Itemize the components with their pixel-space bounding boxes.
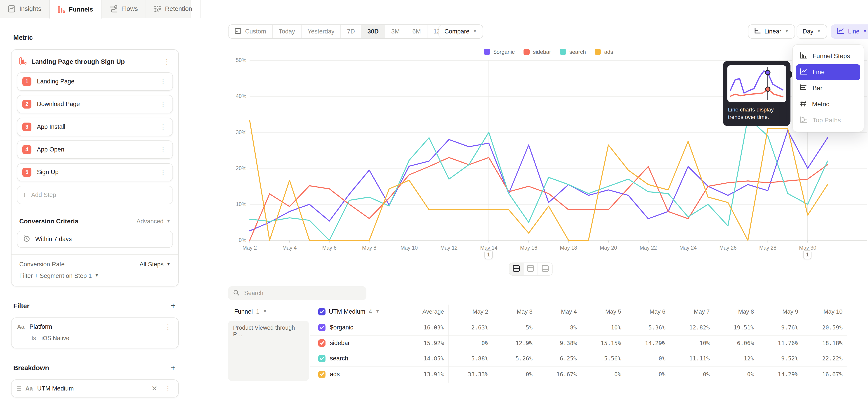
tab-label: Flows <box>121 5 138 12</box>
funnel-column-dropdown[interactable]: Funnel1▼ <box>228 305 310 319</box>
layout-view-toggles <box>509 262 553 276</box>
breakdown-property[interactable]: UTM Medium <box>37 385 146 392</box>
cell-value: 5.88% <box>448 355 493 362</box>
annotation-badge[interactable]: 1 <box>485 250 493 259</box>
conversion-mode-dropdown[interactable]: Advanced▼ <box>136 218 170 225</box>
kebab-menu-icon[interactable]: ⋮ <box>163 324 173 330</box>
funnel-step-download-page[interactable]: 2 Download Page ⋮ <box>17 95 173 113</box>
search-input[interactable] <box>244 290 362 296</box>
cell-value: 22.22% <box>803 355 847 362</box>
kebab-menu-icon[interactable]: ⋮ <box>158 169 168 175</box>
tab-retention[interactable]: Retention <box>146 0 200 18</box>
column-header-may-8: May 8 <box>714 305 758 319</box>
funnels-icon <box>58 5 65 13</box>
svg-text:May 28: May 28 <box>759 245 776 251</box>
filter-segment-dropdown[interactable]: Filter + Segment on Step 1▼ <box>17 268 173 286</box>
funnel-step-sign-up[interactable]: 5 Sign Up ⋮ <box>17 163 173 182</box>
series-checkbox[interactable] <box>318 324 326 331</box>
vt-split-top-icon <box>527 264 534 274</box>
date-range-yesterday[interactable]: Yesterday <box>302 25 341 38</box>
date-range-7d[interactable]: 7D <box>341 25 361 38</box>
average-value: 14.85% <box>388 355 448 362</box>
breakdown-column-dropdown[interactable]: UTM Medium4▼ <box>310 305 388 319</box>
select-all-checkbox[interactable] <box>318 308 326 315</box>
menu-item-line[interactable]: Line <box>796 64 860 80</box>
menu-item-bar[interactable]: Bar <box>796 80 860 96</box>
menu-item-funnel-steps[interactable]: Funnel Steps <box>796 48 860 64</box>
series-checkbox[interactable] <box>318 355 326 362</box>
tab-label: Retention <box>165 5 192 12</box>
tab-flows[interactable]: Flows <box>101 0 146 18</box>
annotation-badge[interactable]: 1 <box>803 250 811 259</box>
cell-value: 14.29% <box>625 340 670 346</box>
tab-funnels[interactable]: Funnels <box>50 0 101 19</box>
kebab-menu-icon[interactable]: ⋮ <box>158 124 168 130</box>
date-range-3m[interactable]: 3M <box>385 25 406 38</box>
svg-text:May 18: May 18 <box>560 245 577 251</box>
scale-dropdown[interactable]: Linear▼ <box>748 24 795 39</box>
calendar-icon <box>235 27 241 35</box>
view-mode-split-top[interactable] <box>524 263 538 275</box>
kebab-menu-icon[interactable]: ⋮ <box>158 147 168 152</box>
date-range-today[interactable]: Today <box>273 25 302 38</box>
breakdown-section-header: Breakdown + <box>13 364 177 372</box>
filter-section-header: Filter + <box>13 302 177 310</box>
kebab-menu-icon[interactable]: ⋮ <box>162 59 172 64</box>
date-range-6m[interactable]: 6M <box>406 25 427 38</box>
column-header-may-6: May 6 <box>625 305 670 319</box>
conversion-window[interactable]: Within 7 days <box>17 231 173 248</box>
series-checkbox[interactable] <box>318 371 326 378</box>
funnel-step-landing-page[interactable]: 1 Landing Page ⋮ <box>17 72 173 91</box>
metric-section-header: Metric <box>13 34 177 41</box>
chevron-down-icon: ▼ <box>784 29 789 33</box>
retention-icon <box>154 5 161 12</box>
date-range-custom[interactable]: Custom <box>228 25 273 38</box>
view-mode-split-horizontal[interactable] <box>509 263 524 275</box>
add-breakdown-button[interactable]: + <box>169 365 177 371</box>
svg-text:May 26: May 26 <box>719 245 737 251</box>
cell-value: 0% <box>448 340 493 346</box>
funnel-cell[interactable]: Product Viewed through P… <box>228 321 309 381</box>
tab-insights[interactable]: Insights <box>0 0 50 18</box>
table-row-search: search 14.85%5.88%5.26%6.25%5.56%0%11.11… <box>310 351 847 367</box>
chart-type-dropdown[interactable]: Line▼ <box>831 24 868 39</box>
step-number: 1 <box>22 77 31 86</box>
close-icon[interactable]: ✕ <box>150 384 158 393</box>
step-label: App Install <box>37 123 153 130</box>
filter-value[interactable]: iOS Native <box>41 335 69 341</box>
svg-text:May 4: May 4 <box>282 245 297 251</box>
compare-button[interactable]: Compare▼ <box>438 24 483 39</box>
table-row-organic: $organic 16.03%2.63%5%8%10%5.36%12.82%19… <box>310 320 847 336</box>
funnel-title[interactable]: Landing Page through Sign Up <box>31 58 157 65</box>
filter-property[interactable]: Platform <box>29 323 158 330</box>
date-range-30d[interactable]: 30D <box>362 25 385 38</box>
conversion-rate-label: Conversion Rate <box>19 261 65 268</box>
funnel-step-app-open[interactable]: 4 App Open ⋮ <box>17 140 173 159</box>
funnel-step-app-install[interactable]: 3 App Install ⋮ <box>17 118 173 136</box>
series-checkbox[interactable] <box>318 339 326 347</box>
add-step-button[interactable]: + Add Step <box>17 186 173 204</box>
cell-value: 10% <box>670 340 714 346</box>
average-value: 15.92% <box>388 340 448 346</box>
step-label: App Open <box>37 146 153 153</box>
kebab-menu-icon[interactable]: ⋮ <box>158 79 168 84</box>
kebab-menu-icon[interactable]: ⋮ <box>163 386 173 391</box>
drag-handle-icon[interactable] <box>17 386 21 391</box>
conversion-rate-dropdown[interactable]: All Steps▼ <box>140 261 170 268</box>
view-mode-split-bottom[interactable] <box>538 263 553 275</box>
cell-value: 2.63% <box>448 324 493 331</box>
granularity-dropdown[interactable]: Day▼ <box>797 24 827 39</box>
add-filter-button[interactable]: + <box>169 303 177 308</box>
svg-text:40%: 40% <box>236 93 246 99</box>
series-name: sidebar <box>310 339 388 347</box>
plus-icon: + <box>22 191 27 199</box>
filter-operator[interactable]: Is <box>31 335 36 341</box>
svg-text:May 6: May 6 <box>322 245 336 251</box>
insights-icon <box>8 5 16 13</box>
table-row-ads: ads 13.91%33.33%0%16.67%0%0%0%0%14.29%16… <box>310 367 847 382</box>
kebab-menu-icon[interactable]: ⋮ <box>158 101 168 107</box>
menu-item-label: Funnel Steps <box>813 53 850 60</box>
cell-value: 0% <box>625 371 670 378</box>
menu-item-metric[interactable]: Metric <box>796 96 860 113</box>
chevron-down-icon: ▼ <box>817 29 821 33</box>
